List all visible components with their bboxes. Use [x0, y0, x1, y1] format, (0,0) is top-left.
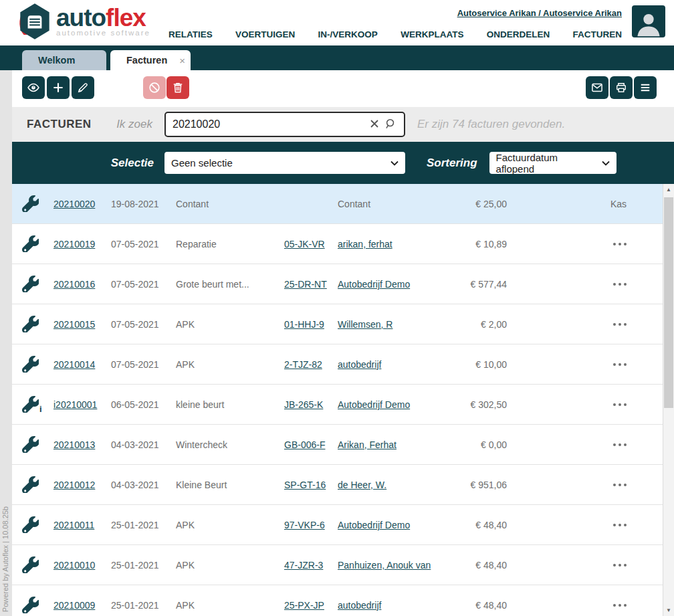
sortering-label: Sortering [427, 157, 477, 170]
license-plate-link[interactable]: 2-TJZ-82 [284, 359, 338, 370]
license-plate-link[interactable]: 25-DR-NT [284, 279, 338, 290]
license-plate-link[interactable]: JB-265-K [284, 399, 338, 410]
nav-werkplaats[interactable]: WERKPLAATS [401, 29, 463, 39]
nav-voertuigen[interactable]: VOERTUIGEN [235, 29, 295, 39]
invoice-info-marker: i [39, 406, 42, 413]
table-row[interactable]: 20210009 25-01-2021 APK 25-PX-JP autobed… [12, 585, 663, 616]
customer-link[interactable]: Willemsen, R [338, 319, 433, 330]
invoice-number-link[interactable]: 20210010 [53, 560, 111, 571]
customer-link[interactable]: Arikan, Ferhat [338, 439, 433, 450]
invoice-date: 25-01-2021 [111, 560, 176, 571]
sortering-value: Factuurdatum aflopend [496, 152, 596, 175]
invoice-number-link[interactable]: i20210001 [53, 399, 111, 410]
customer-link[interactable]: autobedrijf [338, 359, 433, 370]
customer-link[interactable]: Panhuizen, Anouk van [338, 560, 433, 571]
invoice-amount: € 951,06 [433, 480, 507, 490]
scroll-down-icon[interactable]: ▼ [663, 605, 674, 616]
table-row[interactable]: 20210015 07-05-2021 APK 01-HHJ-9 Willems… [12, 304, 663, 344]
table-row[interactable]: 20210013 04-03-2021 Wintercheck GB-006-F… [12, 425, 663, 465]
invoice-number-link[interactable]: 20210019 [53, 239, 111, 249]
invoice-number-link[interactable]: 20210016 [53, 279, 111, 290]
row-menu-dots-icon[interactable] [507, 524, 663, 526]
cancel-button[interactable] [143, 76, 166, 99]
invoice-table-body: 20210020 19-08-2021 Contant Contant € 25… [12, 184, 663, 616]
account-link[interactable]: Autoservice Arikan / Autoservice Arikan [457, 8, 622, 18]
invoice-amount: € 10,89 [433, 239, 507, 249]
nav-facturen[interactable]: FACTUREN [572, 29, 622, 39]
row-menu-dots-icon[interactable] [507, 443, 663, 446]
table-row[interactable]: i i20210001 06-05-2021 kleine beurt JB-2… [12, 385, 663, 425]
tab-facturen[interactable]: Facturen × [110, 50, 191, 70]
scroll-up-icon[interactable]: ▲ [663, 184, 674, 195]
license-plate-link[interactable]: GB-006-F [284, 439, 338, 450]
customer-link[interactable]: autobedrijf [338, 600, 433, 611]
view-button[interactable] [22, 76, 45, 99]
vertical-scrollbar[interactable]: ▲ ▼ [663, 184, 674, 616]
customer-link[interactable]: arikan, ferhat [338, 239, 433, 249]
table-row[interactable]: 20210012 04-03-2021 Kleine Beurt SP-GT-1… [12, 465, 663, 505]
customer-link[interactable]: de Heer, W. [338, 480, 433, 490]
row-menu-dots-icon[interactable] [507, 403, 663, 406]
results-count: Er zijn 74 facturen gevonden. [417, 118, 565, 131]
row-action: Kas [507, 199, 663, 209]
license-plate-link[interactable]: 05-JK-VR [284, 239, 338, 249]
nav-in-verkoop[interactable]: IN-/VERKOOP [318, 29, 378, 39]
row-menu-dots-icon[interactable] [507, 243, 663, 245]
invoice-number-link[interactable]: 20210014 [53, 359, 111, 370]
clear-search-icon[interactable] [369, 118, 380, 129]
wrench-icon [22, 235, 39, 252]
edit-button[interactable] [72, 76, 94, 99]
invoice-description: APK [176, 560, 284, 571]
license-plate-link[interactable]: SP-GT-16 [284, 480, 338, 490]
row-menu-dots-icon[interactable] [507, 564, 663, 567]
row-menu-dots-icon[interactable] [507, 323, 663, 326]
license-plate-link[interactable]: 01-HHJ-9 [284, 319, 338, 330]
invoice-date: 25-01-2021 [111, 520, 176, 530]
row-menu-dots-icon[interactable] [507, 363, 663, 366]
wrench-icon [22, 396, 39, 413]
table-row[interactable]: 20210010 25-01-2021 APK 47-JZR-3 Panhuiz… [12, 545, 663, 585]
invoice-number-link[interactable]: 20210015 [53, 319, 111, 330]
invoice-description: kleine beurt [176, 399, 284, 410]
row-menu-dots-icon[interactable] [507, 484, 663, 486]
customer-link[interactable]: Autobedrijf Demo [338, 279, 433, 290]
tab-welkom[interactable]: Welkom [22, 50, 106, 70]
table-row[interactable]: 20210020 19-08-2021 Contant Contant € 25… [12, 184, 663, 224]
table-row[interactable]: 20210019 07-05-2021 Reparatie 05-JK-VR a… [12, 224, 663, 264]
invoice-number-link[interactable]: 20210012 [53, 480, 111, 490]
table-row[interactable]: 20210014 07-05-2021 APK 2-TJZ-82 autobed… [12, 344, 663, 385]
email-button[interactable] [586, 76, 608, 99]
chevron-down-icon [602, 161, 610, 166]
row-menu-dots-icon[interactable] [507, 283, 663, 286]
invoice-number-link[interactable]: 20210013 [53, 439, 111, 450]
nav-onderdelen[interactable]: ONDERDELEN [487, 29, 550, 39]
side-strip: Powered by Autoflex | 10.08.25b [0, 70, 12, 616]
license-plate-link[interactable]: 25-PX-JP [284, 600, 338, 611]
invoice-amount: € 10,00 [433, 359, 507, 370]
delete-button[interactable] [166, 76, 189, 99]
add-button[interactable] [47, 76, 70, 99]
nav-relaties[interactable]: RELATIES [168, 29, 213, 39]
invoice-number-link[interactable]: 20210009 [53, 600, 111, 611]
print-button[interactable] [610, 76, 633, 99]
invoice-amount: € 48,40 [433, 520, 507, 530]
user-avatar[interactable] [632, 5, 665, 37]
tab-close-icon[interactable]: × [179, 55, 185, 66]
invoice-number-link[interactable]: 20210011 [53, 520, 111, 530]
selectie-dropdown[interactable]: Geen selectie [164, 152, 405, 174]
invoice-number-link[interactable]: 20210020 [53, 199, 111, 209]
table-row[interactable]: 20210011 25-01-2021 APK 97-VKP-6 Autobed… [12, 505, 663, 545]
search-icon[interactable] [384, 118, 397, 130]
license-plate-link[interactable]: 97-VKP-6 [284, 520, 338, 530]
pencil-icon [76, 81, 90, 94]
search-label: Ik zoek [106, 118, 152, 131]
license-plate-link[interactable]: 47-JZR-3 [284, 560, 338, 571]
list-menu-button[interactable] [634, 76, 657, 99]
sortering-dropdown[interactable]: Factuurdatum aflopend [489, 152, 616, 174]
row-menu-dots-icon[interactable] [507, 604, 663, 607]
customer-link[interactable]: Autobedrijf Demo [338, 520, 433, 530]
table-row[interactable]: 20210016 07-05-2021 Grote beurt met... 2… [12, 264, 663, 304]
tab-welkom-label: Welkom [38, 55, 75, 66]
scrollbar-thumb[interactable] [664, 197, 673, 408]
customer-link[interactable]: Autobedrijf Demo [338, 399, 433, 410]
